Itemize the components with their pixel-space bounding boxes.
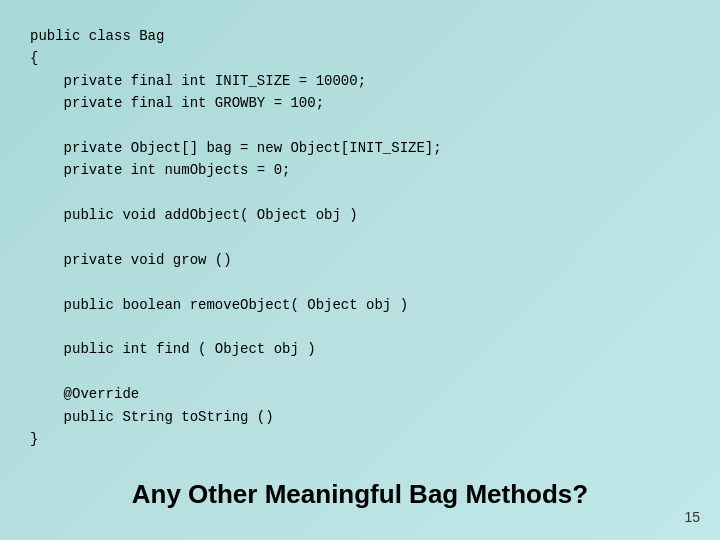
code-line-2: { bbox=[30, 47, 690, 69]
code-line-11: @Override bbox=[30, 383, 690, 405]
code-line-9: public boolean removeObject( Object obj … bbox=[30, 294, 690, 316]
code-line-4: private final int GROWBY = 100; bbox=[30, 92, 690, 114]
code-line-8: private void grow () bbox=[30, 249, 690, 271]
code-line-blank-1 bbox=[30, 115, 690, 137]
question-text: Any Other Meaningful Bag Methods? bbox=[30, 479, 690, 510]
code-line-12: public String toString () bbox=[30, 406, 690, 428]
code-line-13: } bbox=[30, 428, 690, 450]
code-line-1: public class Bag bbox=[30, 25, 690, 47]
code-line-7: public void addObject( Object obj ) bbox=[30, 204, 690, 226]
code-line-blank-2 bbox=[30, 182, 690, 204]
code-line-blank-3 bbox=[30, 227, 690, 249]
code-line-6: private int numObjects = 0; bbox=[30, 159, 690, 181]
code-line-blank-4 bbox=[30, 271, 690, 293]
slide-container: public class Bag { private final int INI… bbox=[0, 0, 720, 540]
code-line-blank-6 bbox=[30, 361, 690, 383]
code-line-blank-5 bbox=[30, 316, 690, 338]
code-line-5: private Object[] bag = new Object[INIT_S… bbox=[30, 137, 690, 159]
bottom-section: Any Other Meaningful Bag Methods? bbox=[30, 469, 690, 520]
code-line-10: public int find ( Object obj ) bbox=[30, 338, 690, 360]
code-line-3: private final int INIT_SIZE = 10000; bbox=[30, 70, 690, 92]
slide-number: 15 bbox=[684, 509, 700, 525]
code-block: public class Bag { private final int INI… bbox=[30, 20, 690, 469]
